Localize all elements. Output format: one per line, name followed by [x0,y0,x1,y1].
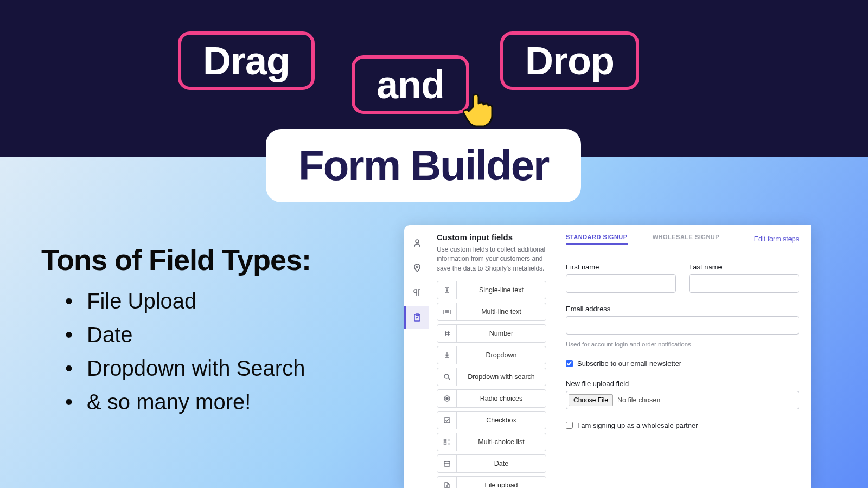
rail-location-icon[interactable] [404,256,429,279]
field-multi-line[interactable]: Multi-line text [437,303,546,321]
multiline-icon [437,303,457,320]
no-file-text: No file chosen [617,396,660,404]
sidebar-panel: Custom input fields Use custom fields to… [429,225,554,488]
sidebar-description: Use custom fields to collect additional … [437,245,546,273]
newsletter-checkbox-row[interactable]: Subscribe to our email newsletter [566,359,799,368]
field-label: Radio choices [457,395,546,402]
hash-icon [437,325,457,342]
calendar-icon [437,455,457,472]
feature-item: File Upload [65,284,305,318]
svg-rect-9 [444,442,446,445]
feature-item: & so many more! [65,385,305,419]
hero-subtitle: Form Builder [266,129,581,202]
feature-item: Dropdown with Search [65,351,305,385]
list-check-icon [437,433,457,451]
field-dropdown-search[interactable]: Dropdown with search [437,368,546,386]
sidebar-rail [404,225,429,488]
choose-file-button[interactable]: Choose File [569,394,613,406]
wholesale-label: I am signing up as a wholesale partner [577,421,698,429]
rail-clipboard-icon[interactable] [404,306,429,329]
file-plus-icon [437,477,457,488]
text-cursor-icon [437,281,457,299]
svg-rect-7 [444,418,450,423]
field-single-line[interactable]: Single-line text [437,281,546,299]
newsletter-label: Subscribe to our email newsletter [577,359,681,368]
field-label: Multi-choice list [457,438,546,446]
field-dropdown[interactable]: Dropdown [437,346,546,364]
first-name-label: First name [566,263,676,271]
svg-point-0 [416,240,419,243]
field-date[interactable]: Date [437,454,546,473]
field-label: File upload [457,481,546,488]
checkbox-icon [437,412,457,429]
download-icon [437,346,457,364]
tab-standard-signup[interactable]: STANDARD SIGNUP [566,234,628,245]
email-input[interactable] [566,316,799,335]
last-name-input[interactable] [689,274,799,293]
tab-separator: — [636,235,644,243]
features-heading: Tons of Field Types: [41,243,311,277]
wholesale-checkbox-row[interactable]: I am signing up as a wholesale partner [566,421,799,429]
field-radio[interactable]: Radio choices [437,389,546,408]
first-name-input[interactable] [566,274,676,293]
email-label: Email address [566,305,799,313]
file-upload-box[interactable]: Choose File No file chosen [566,391,799,409]
svg-rect-10 [444,461,450,466]
file-upload-label: New file upload field [566,380,799,388]
svg-point-6 [446,397,448,400]
hero-drag: Drag [178,31,315,90]
hero-drop: Drop [500,31,639,90]
radio-icon [437,390,457,407]
edit-form-steps-link[interactable]: Edit form steps [754,235,799,243]
form-preview: STANDARD SIGNUP — WHOLESALE SIGNUP Edit … [554,225,811,488]
field-label: Single-line text [457,286,546,294]
field-label: Multi-line text [457,308,546,316]
field-label: Checkbox [457,416,546,424]
rail-person-icon[interactable] [404,232,429,254]
sidebar-title: Custom input fields [437,233,546,242]
field-multi-choice[interactable]: Multi-choice list [437,433,546,451]
hero-and: and [352,55,469,114]
rail-paragraph-icon[interactable] [404,281,429,304]
field-label: Number [457,330,546,337]
search-icon [437,368,457,386]
feature-item: Date [65,318,305,351]
features-list: File Upload Date Dropdown with Search & … [65,284,305,419]
svg-point-4 [444,374,449,378]
email-hint: Used for account login and order notific… [566,341,799,348]
field-checkbox[interactable]: Checkbox [437,411,546,429]
field-label: Dropdown [457,351,546,359]
svg-point-1 [417,266,418,268]
field-number[interactable]: Number [437,324,546,343]
field-file-upload[interactable]: File upload [437,476,546,488]
newsletter-checkbox[interactable] [566,360,573,367]
tab-wholesale-signup[interactable]: WHOLESALE SIGNUP [653,234,720,245]
wholesale-checkbox[interactable] [566,422,573,429]
form-builder-app: Custom input fields Use custom fields to… [404,225,811,488]
pointer-icon [461,89,494,127]
field-label: Date [457,460,546,467]
last-name-label: Last name [689,263,799,271]
field-label: Dropdown with search [457,373,546,381]
